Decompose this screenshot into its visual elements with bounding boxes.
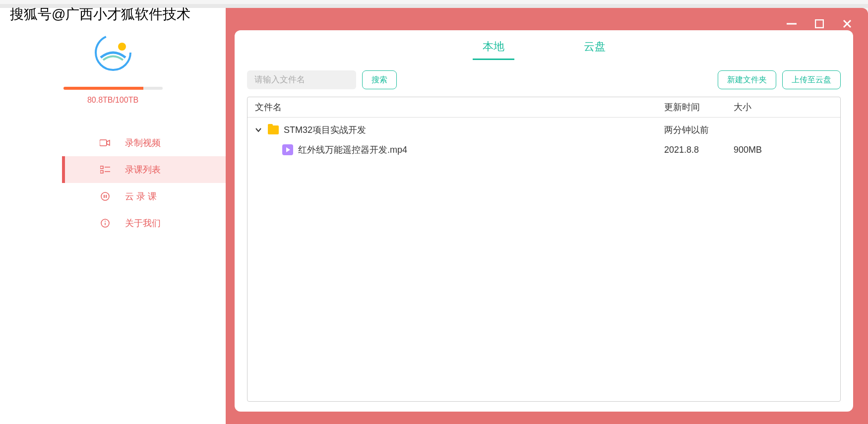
main-frame: 80.8TB/100TB 录制视频 录课列表 [0, 8, 868, 424]
logo-container [93, 33, 133, 74]
svg-rect-14 [815, 20, 823, 28]
folder-icon [268, 125, 279, 134]
svg-rect-5 [100, 171, 103, 173]
file-time: 2021.8.8 [664, 145, 734, 155]
video-camera-icon [99, 139, 111, 147]
tab-cloud[interactable]: 云盘 [584, 35, 606, 58]
svg-rect-3 [100, 166, 103, 169]
sidebar: 80.8TB/100TB 录制视频 录课列表 [0, 8, 226, 424]
file-name-cell: STM32项目实战开发 [255, 124, 664, 136]
nav-item-record-video[interactable]: 录制视频 [62, 129, 226, 156]
file-time: 两分钟以前 [664, 124, 734, 136]
nav-list: 录制视频 录课列表 云 录 课 [0, 129, 226, 237]
tab-local[interactable]: 本地 [483, 35, 504, 58]
window-controls [786, 18, 853, 30]
table-body: STM32项目实战开发 两分钟以前 红外线万能遥控器开发.mp4 2021.8.… [248, 118, 840, 162]
nav-label: 录制视频 [125, 137, 161, 149]
content-panel: 本地 云盘 搜索 新建文件夹 上传至云盘 文件名 更新时间 大小 [235, 30, 853, 412]
header-size: 大小 [734, 101, 833, 113]
toolbar: 搜索 新建文件夹 上传至云盘 [247, 70, 841, 89]
file-table: 文件名 更新时间 大小 STM32项目实战开发 [247, 97, 841, 402]
video-file-icon [282, 144, 293, 155]
cloud-record-icon [99, 191, 111, 201]
svg-point-1 [118, 43, 126, 51]
nav-item-course-list[interactable]: 录课列表 [62, 156, 226, 183]
file-name: STM32项目实战开发 [284, 124, 366, 136]
svg-point-11 [105, 221, 106, 222]
nav-item-cloud-record[interactable]: 云 录 课 [62, 183, 226, 210]
new-folder-button[interactable]: 新建文件夹 [718, 70, 776, 89]
chevron-down-icon[interactable] [255, 127, 263, 132]
table-header: 文件名 更新时间 大小 [248, 97, 840, 118]
content-frame: 本地 云盘 搜索 新建文件夹 上传至云盘 文件名 更新时间 大小 [226, 8, 868, 424]
nav-label: 云 录 课 [125, 190, 157, 202]
tab-bar: 本地 云盘 [247, 35, 841, 58]
svg-point-7 [101, 192, 109, 200]
course-list-icon [99, 166, 111, 174]
storage-progress-fill [63, 87, 144, 90]
close-button[interactable] [841, 18, 853, 30]
storage-text: 80.8TB/100TB [87, 96, 138, 105]
maximize-button[interactable] [813, 18, 825, 30]
table-row[interactable]: STM32项目实战开发 两分钟以前 [248, 120, 840, 140]
table-row[interactable]: 红外线万能遥控器开发.mp4 2021.8.8 900MB [248, 140, 840, 160]
minimize-button[interactable] [786, 18, 798, 30]
file-size: 900MB [734, 145, 833, 155]
nav-label: 录课列表 [125, 164, 161, 176]
watermark-text: 搜狐号@广西小才狐软件技术 [10, 5, 190, 24]
app-logo-icon [93, 33, 133, 72]
header-time: 更新时间 [664, 101, 734, 113]
info-icon [99, 218, 111, 228]
upload-button[interactable]: 上传至云盘 [782, 70, 841, 89]
file-name: 红外线万能遥控器开发.mp4 [298, 144, 407, 156]
nav-label: 关于我们 [125, 217, 161, 229]
app-window: 80.8TB/100TB 录制视频 录课列表 [0, 4, 868, 424]
storage-progress-bar [63, 87, 163, 90]
search-button[interactable]: 搜索 [362, 70, 397, 89]
search-input[interactable] [247, 70, 356, 89]
file-name-cell: 红外线万能遥控器开发.mp4 [255, 144, 664, 156]
svg-rect-9 [106, 195, 107, 198]
header-name: 文件名 [255, 101, 664, 113]
svg-rect-2 [100, 140, 107, 146]
nav-item-about[interactable]: 关于我们 [62, 210, 226, 237]
svg-rect-8 [104, 195, 105, 198]
